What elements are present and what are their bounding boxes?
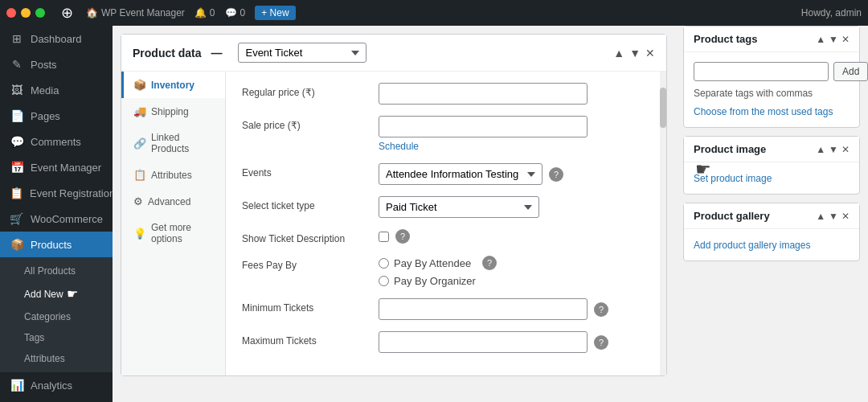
tab-get-more[interactable]: 💡 Get more options bbox=[121, 215, 225, 252]
sidebar-sub-add-new[interactable]: Add New ☛ bbox=[0, 281, 113, 306]
pay-by-organizer-item: Pay By Organizer bbox=[379, 275, 497, 287]
show-ticket-help-icon[interactable]: ? bbox=[395, 229, 410, 244]
pay-by-attendee-radio[interactable] bbox=[379, 258, 389, 269]
pay-by-attendee-item: Pay By Attendee ? bbox=[379, 256, 497, 270]
add-tag-button[interactable]: Add bbox=[833, 62, 868, 81]
minimize-dot[interactable] bbox=[21, 8, 31, 18]
gallery-collapse-down[interactable]: ▼ bbox=[829, 211, 838, 222]
home-icon: 🏠 bbox=[86, 7, 98, 18]
sidebar-sub-all-products[interactable]: All Products bbox=[0, 260, 113, 281]
min-tickets-input[interactable] bbox=[379, 298, 588, 320]
show-ticket-desc-field: ? bbox=[379, 229, 650, 244]
max-tickets-field: ? bbox=[379, 331, 650, 353]
pages-icon: 📄 bbox=[10, 109, 24, 122]
comment-icon: 💬 bbox=[225, 7, 237, 18]
products-icon: 📦 bbox=[10, 238, 24, 251]
tags-close[interactable]: ✕ bbox=[841, 34, 850, 45]
sidebar-item-media[interactable]: 🖼 Media bbox=[0, 77, 113, 103]
sidebar-item-products[interactable]: 📦 Products bbox=[0, 232, 113, 257]
events-select[interactable]: Attendee Information Testing bbox=[379, 163, 542, 185]
sidebar-item-pages[interactable]: 📄 Pages bbox=[0, 103, 113, 129]
schedule-link[interactable]: Schedule bbox=[379, 141, 419, 152]
sidebar-item-event-manager[interactable]: 📅 Event Manager bbox=[0, 154, 113, 180]
max-tickets-input[interactable] bbox=[379, 331, 588, 353]
product-gallery-panel: Product gallery ▲ ▼ ✕ Add product galler… bbox=[683, 203, 860, 261]
close-box-button[interactable]: ✕ bbox=[645, 47, 655, 59]
pay-by-organizer-radio[interactable] bbox=[379, 276, 389, 286]
choose-tags-link[interactable]: Choose from the most used tags bbox=[694, 106, 833, 117]
fees-pay-by-field: Pay By Attendee ? Pay By Organizer bbox=[379, 256, 650, 287]
image-collapse-up[interactable]: ▲ bbox=[816, 144, 825, 155]
attendee-help-icon[interactable]: ? bbox=[482, 256, 497, 270]
tab-shipping[interactable]: 🚚 Shipping bbox=[121, 98, 225, 125]
attributes-tab-icon: 📋 bbox=[133, 169, 146, 181]
sidebar-item-dashboard[interactable]: ⊞ Dashboard bbox=[0, 26, 113, 51]
image-collapse-down[interactable]: ▼ bbox=[829, 144, 838, 155]
tab-advanced[interactable]: ⚙ Advanced bbox=[121, 188, 225, 215]
fees-pay-by-row: Fees Pay By Pay By Attendee ? bbox=[242, 256, 650, 287]
ticket-type-select[interactable]: Paid Ticket Free Ticket bbox=[379, 196, 539, 218]
gallery-collapse-up[interactable]: ▲ bbox=[816, 211, 825, 222]
site-name[interactable]: 🏠 WP Event Manager bbox=[86, 7, 185, 18]
image-close[interactable]: ✕ bbox=[841, 144, 850, 155]
sidebar-item-woocommerce[interactable]: 🛒 WooCommerce bbox=[0, 206, 113, 232]
product-image-panel: Product image ▲ ▼ ✕ Set product image ☛ bbox=[683, 136, 860, 195]
scrollbar-thumb[interactable] bbox=[660, 88, 666, 128]
product-gallery-header: Product gallery ▲ ▼ ✕ bbox=[684, 203, 859, 229]
ticket-type-row: Select ticket type Paid Ticket Free Tick… bbox=[242, 196, 650, 218]
tags-collapse-down[interactable]: ▼ bbox=[829, 34, 838, 45]
fees-pay-by-label: Fees Pay By bbox=[242, 256, 371, 271]
tags-collapse-up[interactable]: ▲ bbox=[816, 34, 825, 45]
scrollbar-track[interactable] bbox=[660, 72, 666, 375]
tags-panel-actions: ▲ ▼ ✕ bbox=[816, 34, 850, 45]
advanced-tab-icon: ⚙ bbox=[133, 195, 143, 207]
comment-count[interactable]: 💬 0 bbox=[225, 7, 246, 18]
max-tickets-help-icon[interactable]: ? bbox=[594, 335, 608, 350]
sidebar-item-comments[interactable]: 💬 Comments bbox=[0, 129, 113, 154]
new-button[interactable]: + New bbox=[255, 6, 295, 20]
sale-price-input[interactable] bbox=[379, 116, 588, 137]
sidebar-item-event-registrations[interactable]: 📋 Event Registrations bbox=[0, 180, 113, 206]
window-controls bbox=[6, 8, 45, 18]
collapse-up-button[interactable]: ▲ bbox=[613, 47, 624, 59]
woo-icon: 🛒 bbox=[10, 212, 24, 225]
set-product-image-link[interactable]: Set product image bbox=[694, 173, 772, 184]
product-image-header: Product image ▲ ▼ ✕ bbox=[684, 137, 859, 162]
regular-price-input[interactable] bbox=[379, 83, 588, 105]
product-tags-header: Product tags ▲ ▼ ✕ bbox=[684, 27, 859, 52]
tab-linked-products[interactable]: 🔗 Linked Products bbox=[121, 125, 225, 162]
tag-input[interactable] bbox=[694, 62, 829, 81]
tags-note: Separate tags with commas bbox=[694, 88, 850, 99]
product-gallery-body: Add product gallery images bbox=[684, 229, 859, 260]
min-tickets-label: Minimum Tickets bbox=[242, 298, 371, 314]
show-ticket-desc-checkbox[interactable] bbox=[379, 232, 389, 242]
gallery-close[interactable]: ✕ bbox=[841, 211, 850, 222]
tab-attributes[interactable]: 📋 Attributes bbox=[121, 162, 225, 188]
min-tickets-help-icon[interactable]: ? bbox=[594, 302, 608, 317]
product-type-select[interactable]: Event Ticket Simple product Variable pro… bbox=[238, 43, 366, 63]
product-tags-body: Add Separate tags with commas Choose fro… bbox=[684, 52, 859, 127]
notif-count[interactable]: 🔔 0 bbox=[194, 7, 215, 18]
add-gallery-images-link[interactable]: Add product gallery images bbox=[694, 240, 810, 251]
sidebar-sub-categories[interactable]: Categories bbox=[0, 306, 113, 327]
maximize-dot[interactable] bbox=[35, 8, 45, 18]
collapse-down-button[interactable]: ▼ bbox=[629, 47, 641, 59]
sidebar-sub-attributes[interactable]: Attributes bbox=[0, 348, 113, 369]
close-dot[interactable] bbox=[6, 8, 16, 18]
sidebar-item-analytics[interactable]: 📊 Analytics bbox=[0, 372, 113, 398]
events-label: Events bbox=[242, 163, 371, 178]
sidebar-item-posts[interactable]: ✎ Posts bbox=[0, 51, 113, 77]
tag-input-row: Add bbox=[694, 62, 850, 81]
tab-inventory[interactable]: 📦 Inventory bbox=[121, 72, 225, 98]
min-tickets-field: ? bbox=[379, 298, 650, 320]
linked-tab-icon: 🔗 bbox=[133, 137, 146, 150]
events-help-icon[interactable]: ? bbox=[549, 167, 563, 182]
show-ticket-desc-label: Show Ticket Description bbox=[242, 229, 371, 244]
media-icon: 🖼 bbox=[10, 84, 24, 96]
ticket-type-label: Select ticket type bbox=[242, 196, 371, 211]
dashboard-icon: ⊞ bbox=[10, 32, 24, 45]
right-panels: Product tags ▲ ▼ ✕ Add Separate tags wit… bbox=[675, 26, 868, 402]
regular-price-field bbox=[379, 83, 650, 105]
analytics-icon: 📊 bbox=[10, 379, 24, 392]
sidebar-sub-tags[interactable]: Tags bbox=[0, 327, 113, 348]
